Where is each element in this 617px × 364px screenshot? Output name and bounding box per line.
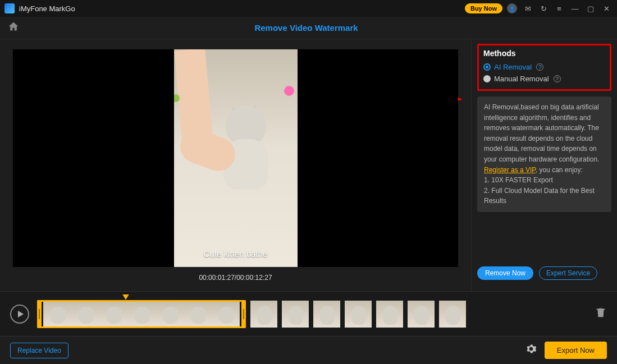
timeline-thumb[interactable] [313, 301, 340, 328]
footer: Replace Video Export Now [0, 336, 617, 364]
timeline-thumb[interactable] [408, 301, 435, 328]
timeline-thumb[interactable] [212, 302, 240, 326]
timeline-thumb[interactable] [282, 301, 309, 328]
timeline-thumb[interactable] [71, 302, 99, 326]
timeline-thumb[interactable] [376, 301, 403, 328]
method-manual-removal[interactable]: Manual Removal ? [483, 73, 605, 85]
method-ai-removal[interactable]: AI Removal ? [483, 61, 605, 73]
timeline-thumb[interactable] [43, 302, 71, 326]
benefit-1: 1. 10X FASTER Export [484, 176, 553, 184]
video-caption: Cute kitten bathe [174, 249, 298, 259]
page-title: Remove Video Watermark [3, 23, 609, 33]
description-box: AI Removal,based on big data artificial … [477, 96, 611, 212]
timecode: 00:00:01:27/00:00:12:27 [199, 274, 272, 282]
playhead[interactable] [122, 294, 129, 300]
menu-icon[interactable]: ≡ [553, 2, 565, 15]
timeline-thumb[interactable] [250, 301, 277, 328]
buy-now-button[interactable]: Buy Now [465, 3, 502, 13]
method-label: AI Removal [494, 63, 532, 71]
mail-icon[interactable]: ✉ [522, 2, 534, 15]
preview-area: Cute kitten bathe 00:00:01:27/00:00:12:2… [0, 39, 471, 291]
app-logo-icon [4, 3, 15, 13]
radio-icon [483, 75, 491, 82]
timeline-thumb[interactable] [345, 301, 372, 328]
timeline-thumb[interactable] [156, 302, 184, 326]
footer-right: Export Now [525, 342, 607, 359]
timeline-thumb[interactable] [99, 302, 127, 326]
titlebar-left: iMyFone MarkGo [4, 3, 75, 13]
description-after: , you can enjoy: [536, 166, 583, 174]
main-area: Cute kitten bathe 00:00:01:27/00:00:12:2… [0, 39, 617, 291]
titlebar-right: Buy Now 👤 ✉ ↻ ≡ — ▢ ✕ [465, 2, 613, 15]
maximize-icon[interactable]: ▢ [584, 2, 597, 15]
help-icon[interactable]: ? [554, 75, 561, 82]
register-vip-link[interactable]: Register as a VIP [484, 166, 536, 174]
delete-icon[interactable] [595, 306, 607, 322]
clip-strip[interactable] [37, 300, 587, 328]
timeline-thumb[interactable] [439, 301, 466, 328]
description-text: AI Removal,based on big data artificial … [484, 103, 599, 163]
account-icon[interactable]: 👤 [506, 2, 518, 15]
video-canvas[interactable]: Cute kitten bathe [13, 49, 458, 267]
titlebar: iMyFone MarkGo Buy Now 👤 ✉ ↻ ≡ — ▢ ✕ [0, 0, 617, 17]
replace-video-button[interactable]: Replace Video [10, 343, 68, 358]
help-icon[interactable]: ? [536, 63, 543, 71]
timeline [0, 291, 617, 336]
timeline-thumb[interactable] [127, 302, 156, 326]
selection-handle-left[interactable] [37, 300, 42, 328]
expert-service-button[interactable]: Expert Service [539, 266, 597, 280]
remove-now-button[interactable]: Remove Now [477, 266, 533, 280]
selection-range[interactable] [37, 300, 246, 328]
methods-title: Methods [483, 49, 605, 58]
app-title: iMyFone MarkGo [19, 4, 75, 13]
play-button[interactable] [10, 305, 29, 324]
export-now-button[interactable]: Export Now [545, 342, 607, 359]
settings-icon[interactable] [525, 343, 537, 357]
timeline-thumb[interactable] [184, 302, 212, 326]
video-frame: Cute kitten bathe [174, 49, 298, 267]
minimize-icon[interactable]: — [569, 2, 581, 15]
radio-icon [483, 63, 491, 71]
selection-handle-right[interactable] [241, 300, 246, 328]
side-buttons: Remove Now Expert Service [477, 261, 611, 287]
methods-box: Methods AI Removal ? Manual Removal ? [477, 44, 611, 91]
header: Remove Video Watermark [0, 17, 617, 39]
benefit-2: 2. Full Cloud Model Data for the Best Re… [484, 187, 595, 205]
method-label: Manual Removal [494, 75, 549, 83]
side-panel: Methods AI Removal ? Manual Removal ? AI… [471, 39, 617, 291]
close-icon[interactable]: ✕ [600, 2, 613, 15]
refresh-icon[interactable]: ↻ [537, 2, 550, 15]
